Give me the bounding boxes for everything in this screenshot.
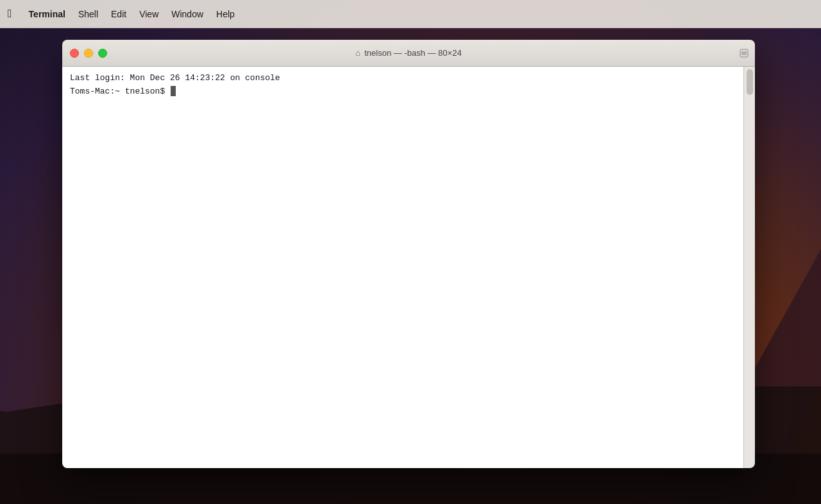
menu-help[interactable]: Help xyxy=(210,6,241,22)
menu-view[interactable]: View xyxy=(133,6,165,22)
window-title: ⌂ tnelson — -bash — 80×24 xyxy=(355,48,461,58)
prompt-text: Toms-Mac:~ tnelson$ xyxy=(70,87,170,96)
scroll-handle[interactable] xyxy=(747,69,753,95)
menubar:  Terminal Shell Edit View Window Help xyxy=(0,0,821,28)
last-login-line: Last login: Mon Dec 26 14:23:22 on conso… xyxy=(70,72,736,85)
traffic-lights xyxy=(70,49,107,58)
window-title-text: tnelson — -bash — 80×24 xyxy=(364,48,461,58)
title-bar: ⌂ tnelson — -bash — 80×24 xyxy=(62,40,755,67)
menu-edit[interactable]: Edit xyxy=(105,6,133,22)
terminal-content[interactable]: Last login: Mon Dec 26 14:23:22 on conso… xyxy=(62,67,743,468)
minimize-button[interactable] xyxy=(84,49,93,58)
menu-terminal[interactable]: Terminal xyxy=(22,6,72,22)
terminal-body: Last login: Mon Dec 26 14:23:22 on conso… xyxy=(62,67,755,468)
menu-shell[interactable]: Shell xyxy=(72,6,105,22)
home-icon: ⌂ xyxy=(355,48,360,58)
scroll-button[interactable] xyxy=(740,49,749,58)
cursor xyxy=(171,86,176,96)
scroll-icon xyxy=(740,49,749,58)
close-button[interactable] xyxy=(70,49,79,58)
menu-window[interactable]: Window xyxy=(165,6,210,22)
scrollbar[interactable] xyxy=(743,67,755,468)
prompt-line: Toms-Mac:~ tnelson$ xyxy=(70,85,736,99)
apple-menu[interactable]:  xyxy=(8,7,12,21)
terminal-window: ⌂ tnelson — -bash — 80×24 Last login: Mo… xyxy=(62,40,755,468)
maximize-button[interactable] xyxy=(98,49,107,58)
